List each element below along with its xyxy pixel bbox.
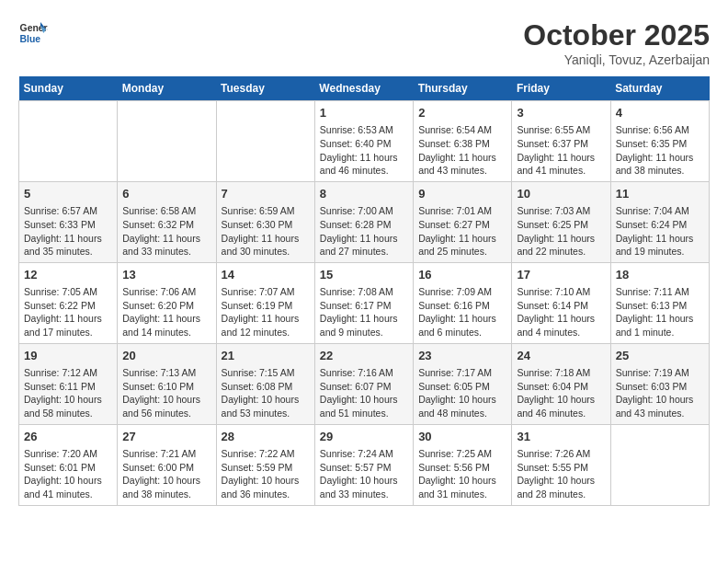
day-info: Sunrise: 7:06 AM Sunset: 6:20 PM Dayligh… — [122, 285, 210, 339]
day-number: 21 — [222, 348, 310, 364]
calendar-cell: 29Sunrise: 7:24 AM Sunset: 5:57 PM Dayli… — [314, 424, 413, 505]
title-block: October 2025 Yaniqli, Tovuz, Azerbaijan — [523, 18, 710, 67]
day-number: 26 — [24, 429, 112, 445]
day-info: Sunrise: 6:53 AM Sunset: 6:40 PM Dayligh… — [320, 123, 408, 178]
calendar-cell: 21Sunrise: 7:15 AM Sunset: 6:08 PM Dayli… — [216, 343, 314, 424]
calendar-cell: 24Sunrise: 7:18 AM Sunset: 6:04 PM Dayli… — [512, 343, 610, 424]
day-info: Sunrise: 6:59 AM Sunset: 6:30 PM Dayligh… — [222, 204, 310, 259]
day-number: 16 — [418, 267, 506, 283]
day-header-saturday: Saturday — [610, 76, 709, 101]
calendar-cell: 16Sunrise: 7:09 AM Sunset: 6:16 PM Dayli… — [414, 262, 512, 343]
calendar-cell — [610, 424, 709, 505]
day-number: 20 — [122, 348, 210, 364]
calendar-cell — [19, 101, 118, 182]
calendar-week-5: 26Sunrise: 7:20 AM Sunset: 6:01 PM Dayli… — [19, 424, 710, 505]
calendar-cell: 27Sunrise: 7:21 AM Sunset: 6:00 PM Dayli… — [118, 424, 216, 505]
day-info: Sunrise: 7:07 AM Sunset: 6:19 PM Dayligh… — [222, 285, 310, 339]
day-info: Sunrise: 7:22 AM Sunset: 5:59 PM Dayligh… — [222, 447, 310, 501]
day-info: Sunrise: 7:03 AM Sunset: 6:25 PM Dayligh… — [517, 204, 605, 259]
day-info: Sunrise: 7:09 AM Sunset: 6:16 PM Dayligh… — [418, 285, 506, 339]
day-info: Sunrise: 7:13 AM Sunset: 6:10 PM Dayligh… — [122, 366, 210, 420]
day-info: Sunrise: 6:56 AM Sunset: 6:35 PM Dayligh… — [616, 123, 704, 178]
logo: General Blue — [18, 18, 48, 48]
day-number: 2 — [418, 105, 506, 121]
day-number: 31 — [517, 429, 605, 445]
day-number: 3 — [517, 105, 605, 121]
day-number: 6 — [122, 186, 210, 202]
day-number: 5 — [24, 186, 112, 202]
calendar-cell: 19Sunrise: 7:12 AM Sunset: 6:11 PM Dayli… — [19, 343, 118, 424]
day-number: 9 — [418, 186, 506, 202]
day-info: Sunrise: 7:12 AM Sunset: 6:11 PM Dayligh… — [24, 366, 112, 420]
svg-text:Blue: Blue — [20, 34, 41, 44]
day-info: Sunrise: 6:55 AM Sunset: 6:37 PM Dayligh… — [517, 123, 605, 178]
day-number: 14 — [222, 267, 310, 283]
day-number: 12 — [24, 267, 112, 283]
day-number: 29 — [320, 429, 408, 445]
day-number: 17 — [517, 267, 605, 283]
day-number: 11 — [616, 186, 704, 202]
calendar-cell: 22Sunrise: 7:16 AM Sunset: 6:07 PM Dayli… — [314, 343, 413, 424]
calendar-cell: 17Sunrise: 7:10 AM Sunset: 6:14 PM Dayli… — [512, 262, 610, 343]
day-number: 13 — [122, 267, 210, 283]
day-header-wednesday: Wednesday — [314, 76, 413, 101]
day-number: 27 — [122, 429, 210, 445]
day-info: Sunrise: 7:21 AM Sunset: 6:00 PM Dayligh… — [122, 447, 210, 501]
calendar-cell: 2Sunrise: 6:54 AM Sunset: 6:38 PM Daylig… — [414, 101, 512, 182]
calendar-cell: 3Sunrise: 6:55 AM Sunset: 6:37 PM Daylig… — [512, 101, 610, 182]
day-header-tuesday: Tuesday — [216, 76, 314, 101]
page-header: General Blue October 2025 Yaniqli, Tovuz… — [18, 18, 710, 67]
day-info: Sunrise: 7:04 AM Sunset: 6:24 PM Dayligh… — [616, 204, 704, 259]
day-number: 23 — [418, 348, 506, 364]
calendar-cell: 11Sunrise: 7:04 AM Sunset: 6:24 PM Dayli… — [610, 181, 709, 262]
day-info: Sunrise: 7:05 AM Sunset: 6:22 PM Dayligh… — [24, 285, 112, 339]
day-header-monday: Monday — [118, 76, 216, 101]
day-info: Sunrise: 7:24 AM Sunset: 5:57 PM Dayligh… — [320, 447, 408, 501]
calendar-week-4: 19Sunrise: 7:12 AM Sunset: 6:11 PM Dayli… — [19, 343, 710, 424]
calendar-cell: 26Sunrise: 7:20 AM Sunset: 6:01 PM Dayli… — [19, 424, 118, 505]
calendar-cell: 14Sunrise: 7:07 AM Sunset: 6:19 PM Dayli… — [216, 262, 314, 343]
calendar-week-2: 5Sunrise: 6:57 AM Sunset: 6:33 PM Daylig… — [19, 181, 710, 262]
day-info: Sunrise: 7:01 AM Sunset: 6:27 PM Dayligh… — [418, 204, 506, 259]
day-info: Sunrise: 7:17 AM Sunset: 6:05 PM Dayligh… — [418, 366, 506, 420]
calendar-cell: 4Sunrise: 6:56 AM Sunset: 6:35 PM Daylig… — [610, 101, 709, 182]
day-header-sunday: Sunday — [19, 76, 118, 101]
calendar-cell: 13Sunrise: 7:06 AM Sunset: 6:20 PM Dayli… — [118, 262, 216, 343]
calendar-cell: 30Sunrise: 7:25 AM Sunset: 5:56 PM Dayli… — [414, 424, 512, 505]
day-number: 22 — [320, 348, 408, 364]
day-number: 4 — [616, 105, 704, 121]
calendar-cell: 31Sunrise: 7:26 AM Sunset: 5:55 PM Dayli… — [512, 424, 610, 505]
calendar-cell: 8Sunrise: 7:00 AM Sunset: 6:28 PM Daylig… — [314, 181, 413, 262]
day-header-friday: Friday — [512, 76, 610, 101]
day-info: Sunrise: 7:08 AM Sunset: 6:17 PM Dayligh… — [320, 285, 408, 339]
calendar-cell: 20Sunrise: 7:13 AM Sunset: 6:10 PM Dayli… — [118, 343, 216, 424]
day-number: 25 — [616, 348, 704, 364]
day-number: 18 — [616, 267, 704, 283]
day-number: 24 — [517, 348, 605, 364]
day-info: Sunrise: 7:26 AM Sunset: 5:55 PM Dayligh… — [517, 447, 605, 501]
logo-icon: General Blue — [18, 18, 48, 48]
day-number: 15 — [320, 267, 408, 283]
calendar-cell: 7Sunrise: 6:59 AM Sunset: 6:30 PM Daylig… — [216, 181, 314, 262]
day-info: Sunrise: 7:25 AM Sunset: 5:56 PM Dayligh… — [418, 447, 506, 501]
day-number: 19 — [24, 348, 112, 364]
day-info: Sunrise: 7:15 AM Sunset: 6:08 PM Dayligh… — [222, 366, 310, 420]
calendar-cell: 12Sunrise: 7:05 AM Sunset: 6:22 PM Dayli… — [19, 262, 118, 343]
calendar-cell: 18Sunrise: 7:11 AM Sunset: 6:13 PM Dayli… — [610, 262, 709, 343]
calendar-table: SundayMondayTuesdayWednesdayThursdayFrid… — [18, 76, 710, 506]
day-info: Sunrise: 7:19 AM Sunset: 6:03 PM Dayligh… — [616, 366, 704, 420]
calendar-week-3: 12Sunrise: 7:05 AM Sunset: 6:22 PM Dayli… — [19, 262, 710, 343]
day-info: Sunrise: 6:57 AM Sunset: 6:33 PM Dayligh… — [24, 204, 112, 259]
month-title: October 2025 — [523, 18, 710, 52]
day-info: Sunrise: 7:16 AM Sunset: 6:07 PM Dayligh… — [320, 366, 408, 420]
calendar-cell: 10Sunrise: 7:03 AM Sunset: 6:25 PM Dayli… — [512, 181, 610, 262]
calendar-week-1: 1Sunrise: 6:53 AM Sunset: 6:40 PM Daylig… — [19, 101, 710, 182]
day-info: Sunrise: 6:54 AM Sunset: 6:38 PM Dayligh… — [418, 123, 506, 178]
calendar-cell: 28Sunrise: 7:22 AM Sunset: 5:59 PM Dayli… — [216, 424, 314, 505]
day-info: Sunrise: 7:10 AM Sunset: 6:14 PM Dayligh… — [517, 285, 605, 339]
calendar-cell: 25Sunrise: 7:19 AM Sunset: 6:03 PM Dayli… — [610, 343, 709, 424]
day-number: 1 — [320, 105, 408, 121]
day-info: Sunrise: 6:58 AM Sunset: 6:32 PM Dayligh… — [122, 204, 210, 259]
day-number: 8 — [320, 186, 408, 202]
calendar-cell: 1Sunrise: 6:53 AM Sunset: 6:40 PM Daylig… — [314, 101, 413, 182]
